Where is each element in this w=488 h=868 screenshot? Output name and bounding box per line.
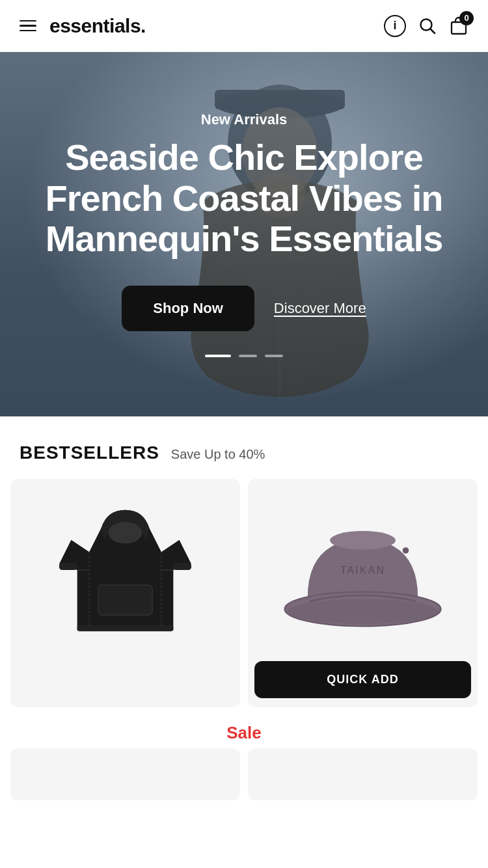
hamburger-menu-button[interactable]: [20, 20, 36, 32]
product-grid-bottom: [0, 748, 488, 813]
info-button[interactable]: i: [384, 15, 406, 37]
hero-buttons: Shop Now Discover More: [33, 286, 455, 331]
hero-carousel-dots: [33, 355, 455, 357]
header-left: essentials.: [20, 15, 146, 37]
carousel-dot-2[interactable]: [239, 355, 257, 357]
quick-add-hat-button[interactable]: QUICK ADD: [254, 661, 471, 698]
svg-rect-16: [173, 563, 191, 570]
bestsellers-title: BESTSELLERS: [20, 442, 159, 463]
svg-point-9: [109, 522, 142, 543]
hero-content: New Arrivals Seaside Chic Explore French…: [0, 52, 488, 416]
product-card-hat: TAIKAN QUICK ADD: [248, 479, 478, 707]
hero-banner: New Arrivals Seaside Chic Explore French…: [0, 52, 488, 416]
shop-now-button[interactable]: Shop Now: [122, 286, 254, 331]
product-grid: TAIKAN QUICK ADD: [0, 479, 488, 707]
discover-more-button[interactable]: Discover More: [274, 300, 366, 317]
product-card-partial-right: [248, 748, 478, 800]
bestsellers-subtitle: Save Up to 40%: [171, 447, 265, 462]
sale-label: Sale: [226, 723, 262, 742]
svg-line-1: [431, 29, 435, 33]
hat-image: TAIKAN: [261, 492, 465, 648]
hero-subtitle: New Arrivals: [33, 111, 455, 128]
search-button[interactable]: [418, 16, 437, 36]
svg-point-22: [288, 599, 437, 623]
cart-button[interactable]: 0: [449, 16, 468, 36]
svg-point-19: [330, 531, 396, 550]
svg-rect-10: [98, 585, 152, 615]
svg-point-21: [403, 547, 409, 554]
product-card-hoodie: [10, 479, 240, 707]
hoodie-image: [23, 492, 227, 648]
bestsellers-section: BESTSELLERS Save Up to 40%: [0, 416, 488, 813]
svg-rect-15: [59, 563, 77, 570]
hat-image-area: TAIKAN: [248, 479, 478, 661]
product-card-partial-left: [10, 748, 240, 800]
brand-name: essentials.: [49, 15, 146, 37]
info-icon: i: [384, 15, 406, 37]
svg-rect-17: [77, 625, 174, 631]
header-right: i 0: [384, 15, 468, 37]
carousel-dot-1[interactable]: [205, 355, 231, 357]
hoodie-image-area: [10, 479, 240, 661]
svg-text:TAIKAN: TAIKAN: [340, 565, 386, 576]
search-icon: [418, 16, 437, 36]
sale-section: Sale: [0, 707, 488, 748]
hero-title: Seaside Chic Explore French Coastal Vibe…: [33, 137, 455, 260]
carousel-dot-3[interactable]: [265, 355, 283, 357]
section-header: BESTSELLERS Save Up to 40%: [0, 416, 488, 479]
cart-badge: 0: [459, 11, 474, 25]
header: essentials. i 0: [0, 0, 488, 52]
